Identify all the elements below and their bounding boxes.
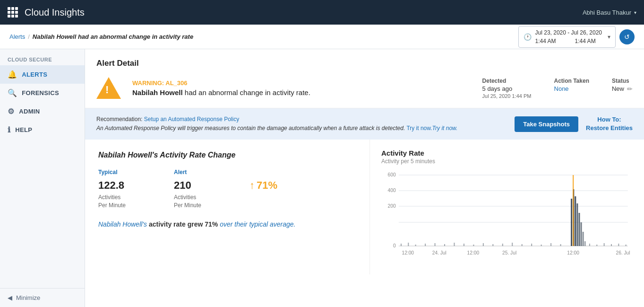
rec-prefix: Recommendation: bbox=[96, 116, 144, 123]
detected-date: Jul 25, 2020 1:44 PM bbox=[482, 93, 532, 99]
automated-policy-link[interactable]: Setup an Automated Response Policy bbox=[144, 116, 239, 123]
activity-right: Activity Rate Activity per 5 minutes 600… bbox=[370, 140, 644, 274]
svg-rect-17 bbox=[464, 244, 464, 246]
chart-title: Activity Rate bbox=[381, 149, 633, 157]
activity-col-headers: Typical Alert bbox=[98, 169, 356, 175]
summary-user: Nabilah Howell bbox=[98, 220, 142, 228]
sidebar-item-alerts[interactable]: 🔔 ALERTS bbox=[0, 65, 85, 84]
svg-rect-24 bbox=[531, 244, 532, 246]
alert-message: Nabilah Howell had an abnormal change in… bbox=[132, 88, 471, 96]
svg-rect-11 bbox=[408, 243, 409, 246]
chart-subtitle: Activity per 5 minutes bbox=[381, 158, 633, 165]
activity-summary: Nabilah Howell's activity rate grew 71% … bbox=[98, 219, 356, 229]
status-row: New ✏ bbox=[612, 85, 633, 93]
meta-detected: Detected 5 days ago Jul 25, 2020 1:44 PM bbox=[482, 78, 532, 99]
activity-left: Nabilah Howell's Activity Rate Change Ty… bbox=[85, 140, 370, 274]
svg-text:26. Jul: 26. Jul bbox=[616, 250, 630, 255]
warning-triangle-icon bbox=[96, 77, 121, 99]
svg-rect-21 bbox=[502, 244, 503, 246]
refresh-button[interactable]: ↺ bbox=[619, 29, 635, 44]
sidebar-item-admin[interactable]: ⚙ ADMIN bbox=[0, 102, 85, 121]
alert-detail-title: Alert Detail bbox=[96, 59, 633, 68]
date-range-start: Jul 23, 2020 - Jul 26, 2020 bbox=[535, 28, 602, 37]
summary-post: over their typical average. bbox=[218, 220, 295, 228]
svg-text:400: 400 bbox=[388, 188, 396, 193]
how-to-button[interactable]: How To: Restore Entities bbox=[586, 115, 633, 132]
svg-rect-12 bbox=[415, 245, 416, 246]
recommendation-actions: Take Snapshots How To: Restore Entities bbox=[515, 115, 633, 132]
svg-rect-23 bbox=[522, 244, 523, 246]
sidebar-item-help[interactable]: ℹ HELP bbox=[0, 121, 85, 139]
date-range-times: 1:44 AM 1:44 AM bbox=[535, 37, 602, 45]
change-arrow: ↑ bbox=[249, 179, 255, 192]
activity-col-subs: Activities Per Minute Activities Per Min… bbox=[98, 193, 356, 210]
svg-rect-19 bbox=[483, 243, 484, 246]
activity-title-suffix: 's Activity Rate Change bbox=[152, 151, 236, 159]
rec-body: An Automated Response Policy will trigge… bbox=[96, 125, 405, 132]
alert-value: 210 bbox=[174, 179, 221, 192]
svg-rect-37 bbox=[589, 244, 590, 246]
take-snapshots-button[interactable]: Take Snapshots bbox=[515, 116, 578, 132]
alert-meta: Detected 5 days ago Jul 25, 2020 1:44 PM… bbox=[482, 78, 633, 99]
svg-rect-13 bbox=[425, 244, 426, 246]
svg-rect-16 bbox=[454, 243, 455, 246]
action-taken-value: None bbox=[554, 85, 589, 92]
svg-rect-35 bbox=[584, 241, 586, 246]
svg-rect-34 bbox=[583, 232, 584, 246]
svg-rect-15 bbox=[444, 244, 445, 246]
user-menu[interactable]: Abhi Basu Thakur ▾ bbox=[583, 9, 636, 16]
svg-rect-28 bbox=[571, 199, 572, 246]
svg-rect-41 bbox=[618, 244, 619, 246]
alert-sub: Activities Per Minute bbox=[174, 193, 221, 210]
edit-icon[interactable]: ✏ bbox=[627, 85, 633, 93]
activity-section: Nabilah Howell's Activity Rate Change Ty… bbox=[85, 140, 644, 274]
change-value: ↑71% bbox=[249, 179, 277, 192]
sidebar: CLOUD SECURE 🔔 ALERTS 🔍 FORENSICS ⚙ ADMI… bbox=[0, 49, 85, 307]
date-range-controls: 🕐 Jul 23, 2020 - Jul 26, 2020 1:44 AM 1:… bbox=[518, 26, 635, 48]
try-now-link-text[interactable]: Try it now. bbox=[432, 125, 458, 132]
date-range-values: Jul 23, 2020 - Jul 26, 2020 1:44 AM 1:44… bbox=[535, 28, 602, 45]
sidebar-item-forensics[interactable]: 🔍 FORENSICS bbox=[0, 84, 85, 102]
chevron-down-icon: ▾ bbox=[608, 34, 610, 40]
try-now-link[interactable]: Try it now. bbox=[406, 125, 432, 132]
top-navigation: Cloud Insights Abhi Basu Thakur ▾ bbox=[0, 0, 644, 25]
svg-rect-32 bbox=[578, 213, 580, 246]
date-range-picker[interactable]: 🕐 Jul 23, 2020 - Jul 26, 2020 1:44 AM 1:… bbox=[518, 26, 616, 48]
warning-icon bbox=[96, 76, 121, 100]
grid-menu-icon[interactable] bbox=[8, 7, 18, 18]
svg-text:200: 200 bbox=[388, 203, 396, 209]
recommendation-bar: Recommendation: Setup an Automated Respo… bbox=[85, 108, 644, 140]
alert-user-name: Nabilah Howell bbox=[132, 88, 183, 96]
recommendation-text: Recommendation: Setup an Automated Respo… bbox=[96, 115, 457, 133]
svg-rect-20 bbox=[492, 244, 493, 246]
breadcrumb: Alerts / Nabilah Howell had an abnormal … bbox=[9, 33, 193, 40]
alerts-link[interactable]: Alerts bbox=[9, 33, 25, 40]
summary-pre: 's bbox=[142, 220, 149, 228]
activity-col-values: 122.8 210 ↑71% bbox=[98, 179, 356, 192]
activity-rate-title: Nabilah Howell's Activity Rate Change bbox=[98, 151, 356, 159]
svg-rect-39 bbox=[604, 243, 605, 246]
alert-detail-section: Alert Detail WARNING: AL_306 Nabilah How… bbox=[85, 49, 644, 108]
info-icon: ℹ bbox=[8, 125, 10, 134]
svg-rect-38 bbox=[596, 245, 597, 246]
alert-message-text: had an abnormal change in activity rate. bbox=[183, 88, 310, 96]
svg-rect-42 bbox=[626, 245, 627, 246]
detected-label: Detected bbox=[482, 78, 532, 84]
warning-label: WARNING: AL_306 bbox=[132, 79, 471, 87]
app-title: Cloud Insights bbox=[25, 7, 85, 18]
minimize-button[interactable]: ◀ Minimize bbox=[0, 288, 85, 307]
svg-text:12:00: 12:00 bbox=[467, 250, 480, 255]
typical-sub: Activities Per Minute bbox=[98, 193, 146, 210]
action-taken-label: Action Taken bbox=[554, 78, 589, 84]
clock-icon: 🕐 bbox=[524, 33, 532, 41]
activity-user-name: Nabilah Howell bbox=[98, 151, 152, 159]
minimize-label: Minimize bbox=[16, 294, 40, 301]
main-content: Alert Detail WARNING: AL_306 Nabilah How… bbox=[85, 49, 644, 307]
alert-header: Alert bbox=[174, 169, 221, 175]
svg-text:24. Jul: 24. Jul bbox=[432, 250, 447, 255]
detected-days: 5 days ago bbox=[482, 85, 532, 92]
status-label: Status bbox=[612, 78, 633, 84]
sidebar-section-title: CLOUD SECURE bbox=[0, 49, 85, 65]
status-value: New bbox=[612, 85, 624, 92]
change-percent: 71% bbox=[257, 179, 277, 192]
